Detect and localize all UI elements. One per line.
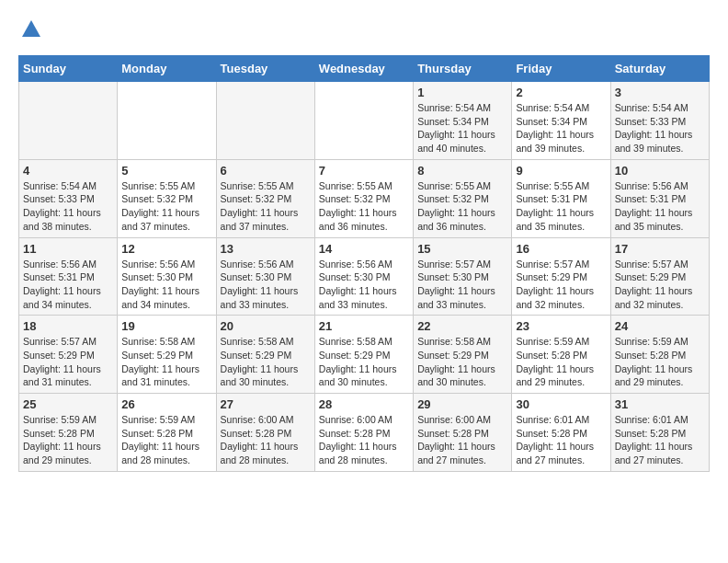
day-cell: 22Sunrise: 5:58 AMSunset: 5:29 PMDayligh… xyxy=(414,316,512,394)
day-number: 31 xyxy=(615,397,705,411)
day-cell xyxy=(216,82,314,160)
day-cell: 25Sunrise: 5:59 AMSunset: 5:28 PMDayligh… xyxy=(19,394,118,472)
day-number: 4 xyxy=(23,164,113,178)
day-info: Sunrise: 6:01 AMSunset: 5:28 PMDaylight:… xyxy=(615,413,705,467)
day-cell xyxy=(118,82,216,160)
day-number: 17 xyxy=(615,242,705,256)
col-header-wednesday: Wednesday xyxy=(314,56,413,82)
day-cell: 30Sunrise: 6:01 AMSunset: 5:28 PMDayligh… xyxy=(512,394,610,472)
day-cell: 17Sunrise: 5:57 AMSunset: 5:29 PMDayligh… xyxy=(610,237,709,316)
day-number: 7 xyxy=(319,164,409,178)
day-cell: 14Sunrise: 5:56 AMSunset: 5:30 PMDayligh… xyxy=(314,237,413,316)
day-number: 2 xyxy=(516,86,606,99)
day-info: Sunrise: 5:58 AMSunset: 5:29 PMDaylight:… xyxy=(319,335,409,389)
day-info: Sunrise: 5:55 AMSunset: 5:32 PMDaylight:… xyxy=(121,179,211,234)
day-cell: 15Sunrise: 5:57 AMSunset: 5:30 PMDayligh… xyxy=(414,237,512,316)
day-number: 9 xyxy=(516,164,606,178)
day-info: Sunrise: 5:57 AMSunset: 5:30 PMDaylight:… xyxy=(417,258,507,312)
day-cell xyxy=(19,82,118,160)
day-info: Sunrise: 5:59 AMSunset: 5:28 PMDaylight:… xyxy=(121,413,211,467)
col-header-sunday: Sunday xyxy=(19,56,118,82)
day-cell: 27Sunrise: 6:00 AMSunset: 5:28 PMDayligh… xyxy=(216,394,314,472)
day-number: 23 xyxy=(516,319,606,333)
day-number: 12 xyxy=(121,242,211,256)
day-cell: 24Sunrise: 5:59 AMSunset: 5:28 PMDayligh… xyxy=(610,316,709,394)
week-row-4: 18Sunrise: 5:57 AMSunset: 5:29 PMDayligh… xyxy=(19,316,710,394)
day-number: 6 xyxy=(221,164,311,178)
day-number: 27 xyxy=(221,397,311,411)
day-cell: 10Sunrise: 5:56 AMSunset: 5:31 PMDayligh… xyxy=(610,159,709,237)
day-cell: 7Sunrise: 5:55 AMSunset: 5:32 PMDaylight… xyxy=(314,159,413,237)
day-number: 22 xyxy=(417,319,507,333)
day-info: Sunrise: 5:55 AMSunset: 5:31 PMDaylight:… xyxy=(516,179,606,234)
day-number: 1 xyxy=(417,86,507,99)
day-number: 11 xyxy=(23,242,113,256)
day-info: Sunrise: 6:01 AMSunset: 5:28 PMDaylight:… xyxy=(516,413,606,467)
day-number: 10 xyxy=(615,164,705,178)
header-row: SundayMondayTuesdayWednesdayThursdayFrid… xyxy=(19,56,710,82)
day-cell: 13Sunrise: 5:56 AMSunset: 5:30 PMDayligh… xyxy=(216,237,314,316)
day-cell: 16Sunrise: 5:57 AMSunset: 5:29 PMDayligh… xyxy=(512,237,610,316)
day-cell: 31Sunrise: 6:01 AMSunset: 5:28 PMDayligh… xyxy=(610,394,709,472)
day-info: Sunrise: 5:55 AMSunset: 5:32 PMDaylight:… xyxy=(319,179,409,234)
day-info: Sunrise: 5:55 AMSunset: 5:32 PMDaylight:… xyxy=(221,179,311,234)
page-header xyxy=(18,18,710,40)
logo-icon xyxy=(20,18,42,40)
day-cell: 28Sunrise: 6:00 AMSunset: 5:28 PMDayligh… xyxy=(314,394,413,472)
day-info: Sunrise: 5:56 AMSunset: 5:30 PMDaylight:… xyxy=(221,258,311,312)
day-info: Sunrise: 5:59 AMSunset: 5:28 PMDaylight:… xyxy=(615,335,705,389)
day-cell: 3Sunrise: 5:54 AMSunset: 5:33 PMDaylight… xyxy=(610,82,709,160)
day-cell: 1Sunrise: 5:54 AMSunset: 5:34 PMDaylight… xyxy=(414,82,512,160)
day-cell: 11Sunrise: 5:56 AMSunset: 5:31 PMDayligh… xyxy=(19,237,118,316)
day-info: Sunrise: 5:56 AMSunset: 5:31 PMDaylight:… xyxy=(23,258,113,312)
day-info: Sunrise: 5:57 AMSunset: 5:29 PMDaylight:… xyxy=(516,258,606,312)
day-number: 21 xyxy=(319,319,409,333)
day-number: 20 xyxy=(221,319,311,333)
day-info: Sunrise: 5:58 AMSunset: 5:29 PMDaylight:… xyxy=(221,335,311,389)
col-header-tuesday: Tuesday xyxy=(216,56,314,82)
day-cell: 26Sunrise: 5:59 AMSunset: 5:28 PMDayligh… xyxy=(118,394,216,472)
day-number: 14 xyxy=(319,242,409,256)
day-number: 25 xyxy=(23,397,113,411)
week-row-1: 1Sunrise: 5:54 AMSunset: 5:34 PMDaylight… xyxy=(19,82,710,160)
day-number: 3 xyxy=(615,86,705,99)
logo xyxy=(18,18,42,40)
day-cell: 8Sunrise: 5:55 AMSunset: 5:32 PMDaylight… xyxy=(414,159,512,237)
day-info: Sunrise: 6:00 AMSunset: 5:28 PMDaylight:… xyxy=(221,413,311,467)
col-header-monday: Monday xyxy=(118,56,216,82)
day-number: 19 xyxy=(121,319,211,333)
day-info: Sunrise: 5:56 AMSunset: 5:31 PMDaylight:… xyxy=(615,179,705,234)
day-cell: 19Sunrise: 5:58 AMSunset: 5:29 PMDayligh… xyxy=(118,316,216,394)
day-cell: 4Sunrise: 5:54 AMSunset: 5:33 PMDaylight… xyxy=(19,159,118,237)
day-info: Sunrise: 6:00 AMSunset: 5:28 PMDaylight:… xyxy=(319,413,409,467)
day-info: Sunrise: 5:55 AMSunset: 5:32 PMDaylight:… xyxy=(417,179,507,234)
day-info: Sunrise: 5:59 AMSunset: 5:28 PMDaylight:… xyxy=(23,413,113,467)
col-header-thursday: Thursday xyxy=(414,56,512,82)
day-number: 15 xyxy=(417,242,507,256)
day-info: Sunrise: 5:56 AMSunset: 5:30 PMDaylight:… xyxy=(319,258,409,312)
col-header-saturday: Saturday xyxy=(610,56,709,82)
day-cell: 29Sunrise: 6:00 AMSunset: 5:28 PMDayligh… xyxy=(414,394,512,472)
week-row-2: 4Sunrise: 5:54 AMSunset: 5:33 PMDaylight… xyxy=(19,159,710,237)
day-number: 5 xyxy=(121,164,211,178)
day-cell: 21Sunrise: 5:58 AMSunset: 5:29 PMDayligh… xyxy=(314,316,413,394)
day-number: 13 xyxy=(221,242,311,256)
day-info: Sunrise: 5:54 AMSunset: 5:33 PMDaylight:… xyxy=(615,101,705,155)
day-number: 8 xyxy=(417,164,507,178)
day-cell: 5Sunrise: 5:55 AMSunset: 5:32 PMDaylight… xyxy=(118,159,216,237)
day-cell: 6Sunrise: 5:55 AMSunset: 5:32 PMDaylight… xyxy=(216,159,314,237)
day-info: Sunrise: 6:00 AMSunset: 5:28 PMDaylight:… xyxy=(417,413,507,467)
day-cell xyxy=(314,82,413,160)
col-header-friday: Friday xyxy=(512,56,610,82)
day-cell: 12Sunrise: 5:56 AMSunset: 5:30 PMDayligh… xyxy=(118,237,216,316)
day-number: 30 xyxy=(516,397,606,411)
day-info: Sunrise: 5:57 AMSunset: 5:29 PMDaylight:… xyxy=(23,335,113,389)
day-number: 26 xyxy=(121,397,211,411)
svg-marker-0 xyxy=(22,20,40,37)
day-cell: 18Sunrise: 5:57 AMSunset: 5:29 PMDayligh… xyxy=(19,316,118,394)
day-cell: 23Sunrise: 5:59 AMSunset: 5:28 PMDayligh… xyxy=(512,316,610,394)
day-number: 18 xyxy=(23,319,113,333)
day-info: Sunrise: 5:54 AMSunset: 5:34 PMDaylight:… xyxy=(417,101,507,155)
day-cell: 2Sunrise: 5:54 AMSunset: 5:34 PMDaylight… xyxy=(512,82,610,160)
day-info: Sunrise: 5:54 AMSunset: 5:33 PMDaylight:… xyxy=(23,179,113,234)
